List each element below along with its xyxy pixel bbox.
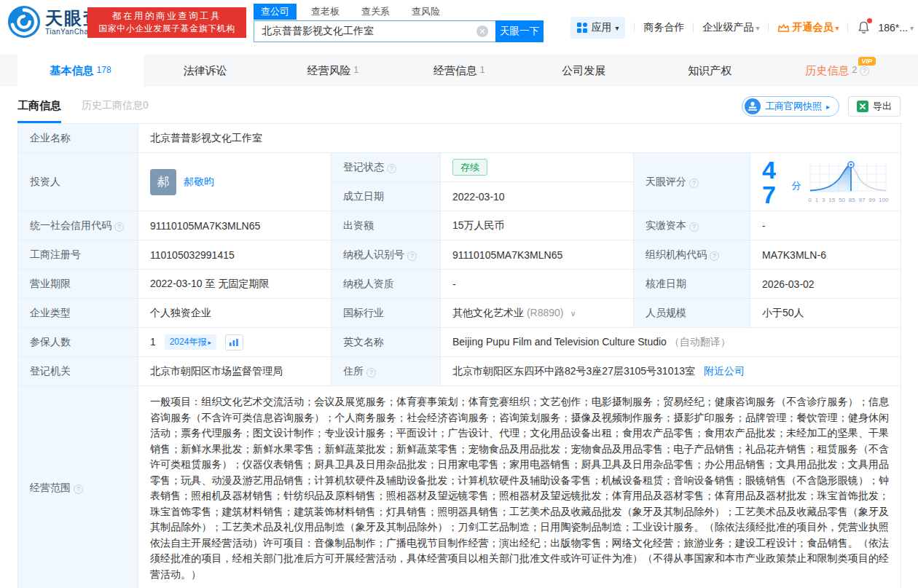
chevron-down-icon: ▾ xyxy=(910,24,914,32)
gov-snapshot-label: 工商官网快照 xyxy=(765,100,822,113)
credit-code-value: 91110105MA7K3MLN65 xyxy=(138,211,332,240)
business-scope-value: 一般项目：组织文化艺术交流活动；会议及展览服务；体育赛事策划；体育竞赛组织；文艺… xyxy=(138,386,901,588)
tab-legal-proceedings[interactable]: 法律诉讼 xyxy=(144,55,270,87)
tab-label: 知识产权 xyxy=(688,64,731,78)
investor-value: 郝 郝敬昀 xyxy=(138,153,332,211)
nearby-companies-link[interactable]: 附近公司 xyxy=(704,365,745,377)
credit-code-label: 统一社会信用代码 ? xyxy=(18,211,138,240)
score-number: 47 xyxy=(762,157,789,207)
tab-company-development[interactable]: 公司发展 xyxy=(522,55,648,87)
vip-membership-link[interactable]: 开通会员 ▾ xyxy=(777,21,839,34)
tab-count: 1 xyxy=(354,65,359,75)
subtab-business-info[interactable]: 工商信息 xyxy=(17,90,61,123)
company-name-label: 企业名称 xyxy=(18,124,138,153)
establish-date-label: 成立日期 xyxy=(332,182,441,211)
table-row: 企业类型 个人独资企业 国标行业 其他文化艺术业 (R8890) ∨ 人员规模 … xyxy=(18,299,901,328)
help-icon[interactable]: ? xyxy=(689,222,699,232)
help-icon[interactable]: ? xyxy=(387,164,396,173)
user-account-menu[interactable]: 186*... ▾ xyxy=(878,22,914,34)
taxpayer-id-value: 91110105MA7K3MLN65 xyxy=(441,240,634,270)
table-row: 经营范围 ? 一般项目：组织文化艺术交流活动；会议及展览服务；体育赛事策划；体育… xyxy=(18,386,901,588)
section-toolbar: 工商信息 历史工商信息0 工商官网快照 ▸ 导出 xyxy=(17,90,901,123)
tab-operating-info[interactable]: 经营信息 1 xyxy=(396,55,522,87)
search-area: 查公司 查老板 查关系 查风险 ✕ 天眼一下 xyxy=(254,4,544,42)
investor-avatar[interactable]: 郝 xyxy=(150,169,176,195)
tab-count: 1 xyxy=(480,65,485,75)
vip-badge: VIP xyxy=(858,57,876,66)
tab-label: 法律诉讼 xyxy=(184,64,227,78)
contribution-label: 出资额 xyxy=(332,211,441,240)
help-icon[interactable]: ? xyxy=(114,222,124,232)
gov-snapshot-button[interactable]: 工商官网快照 ▸ xyxy=(742,96,839,117)
enterprise-products-label: 企业级产品 xyxy=(702,21,753,34)
industry-value: 其他文化艺术业 (R8890) ∨ xyxy=(441,299,634,328)
search-tab-boss[interactable]: 查老板 xyxy=(304,4,347,20)
main-tabs-bar: 基本信息 178 法律诉讼 经营风险 1 经营信息 1 公司发展 知识产权 VI… xyxy=(0,55,918,87)
search-button[interactable]: 天眼一下 xyxy=(495,20,544,42)
help-icon[interactable]: ? xyxy=(74,485,83,494)
enterprise-products-menu[interactable]: 企业级产品 ▾ xyxy=(702,21,759,34)
tab-label: 历史信息 xyxy=(806,64,850,78)
apps-label: 应用 xyxy=(591,21,611,34)
search-input[interactable] xyxy=(254,20,495,42)
nav-divider xyxy=(693,23,694,33)
chevron-down-icon[interactable]: ∨ xyxy=(570,309,576,318)
industry-code: (R8890) xyxy=(527,307,564,318)
tab-label: 经营风险 xyxy=(307,64,351,78)
help-icon[interactable]: ? xyxy=(860,66,869,76)
nav-divider xyxy=(634,23,635,33)
paid-in-capital-value: - xyxy=(750,211,901,240)
tab-operating-risk[interactable]: 经营风险 1 xyxy=(270,55,396,87)
status-badge: 存续 xyxy=(452,159,487,176)
search-tab-relation[interactable]: 查关系 xyxy=(354,4,397,20)
help-icon[interactable]: ? xyxy=(407,251,417,261)
table-row: 投资人 郝 郝敬昀 登记状态 ? 存续 天眼评分 ? 47 分 xyxy=(18,153,901,182)
export-button[interactable]: 导出 xyxy=(848,96,901,117)
tab-label: 经营信息 xyxy=(434,64,477,78)
tyc-score-label: 天眼评分 ? xyxy=(634,153,750,211)
top-nav: 应用 ▾ 商务合作 企业级产品 ▾ 开通会员 ▾ 186*... xyxy=(570,17,914,39)
staff-size-value: 小于50人 xyxy=(750,299,901,328)
address-value: 北京市朝阳区东四环中路82号3座27层3105号31013室 附近公司 xyxy=(441,357,901,386)
tyc-score-value[interactable]: 47 分 xyxy=(750,153,901,211)
apps-menu[interactable]: 应用 ▾ xyxy=(570,17,625,39)
tianyancha-logo-icon xyxy=(7,5,41,39)
annual-report-badge[interactable]: 2024年报▸ xyxy=(165,334,216,350)
industry-label: 国标行业 xyxy=(332,299,441,328)
reg-status-label: 登记状态 ? xyxy=(332,153,441,182)
nav-divider xyxy=(768,23,769,33)
reg-status-value: 存续 xyxy=(441,153,634,182)
search-tab-risk[interactable]: 查风险 xyxy=(404,4,447,20)
help-icon[interactable]: ? xyxy=(366,368,376,377)
tab-basic-info[interactable]: 基本信息 178 xyxy=(17,55,144,87)
help-icon[interactable]: ? xyxy=(689,179,699,188)
table-row: 统一社会信用代码 ? 91110105MA7K3MLN65 出资额 15万人民币… xyxy=(18,211,901,240)
paid-in-capital-label: 实缴资本 ? xyxy=(634,211,750,240)
english-name-label: 英文名称 xyxy=(332,328,441,357)
annual-report-chart-icon[interactable] xyxy=(225,334,243,350)
subtab-history-business-info[interactable]: 历史工商信息0 xyxy=(82,90,149,123)
taxpayer-quality-label: 纳税人资质 xyxy=(332,270,441,299)
business-cooperation-link[interactable]: 商务合作 xyxy=(643,21,684,34)
tab-intellectual-property[interactable]: 知识产权 xyxy=(648,55,774,87)
approval-date-label: 核准日期 xyxy=(634,270,750,299)
company-type-value: 个人独资企业 xyxy=(138,299,332,328)
notifications-bell-icon[interactable] xyxy=(857,20,871,35)
insured-count-value: 1 2024年报▸ xyxy=(138,328,332,357)
help-icon[interactable]: ? xyxy=(710,251,719,261)
reg-number-label: 工商注册号 xyxy=(18,240,138,270)
address-label: 住所 ? xyxy=(332,357,441,386)
table-row: 参保人数 1 2024年报▸ 英文名称 Beijing Pupu Film an… xyxy=(18,328,901,357)
clear-search-icon[interactable]: ✕ xyxy=(476,26,488,37)
tab-history-info[interactable]: VIP 历史信息 2 ? xyxy=(774,55,901,87)
org-code-label: 组织机构代码 ? xyxy=(634,240,750,270)
taxpayer-id-label: 纳税人识别号 ? xyxy=(332,240,441,270)
search-tab-company[interactable]: 查公司 xyxy=(254,4,297,20)
investor-name-link[interactable]: 郝敬昀 xyxy=(184,176,214,189)
user-phone: 186*... xyxy=(878,22,907,34)
slogan-line2: 国家中小企业发展子基金旗下机构 xyxy=(87,23,246,35)
business-info-table: 企业名称 北京普普影视文化工作室 投资人 郝 郝敬昀 登记状态 ? 存续 天眼评… xyxy=(17,123,901,588)
english-name-value: Beijing Pupu Film and Television Culture… xyxy=(441,328,901,357)
staff-size-label: 人员规模 xyxy=(634,299,750,328)
arrow-right-icon: ▸ xyxy=(208,339,211,346)
